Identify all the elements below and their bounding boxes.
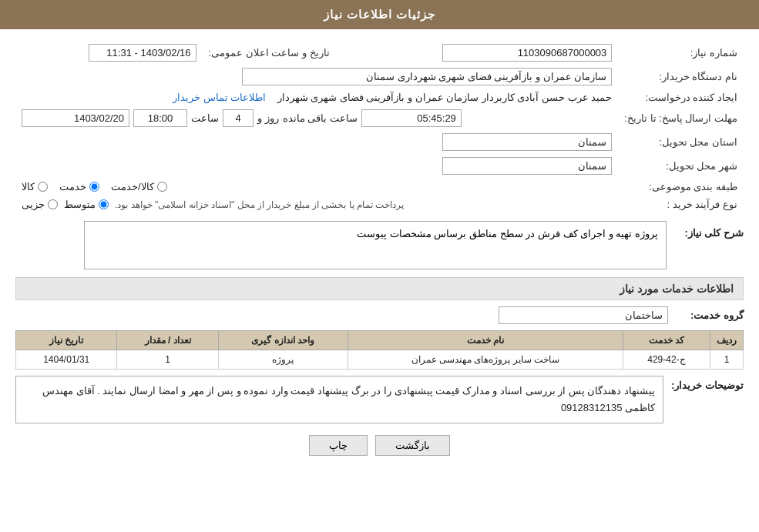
- back-button[interactable]: بازگشت: [375, 435, 450, 456]
- category-khadamat-radio[interactable]: [89, 182, 99, 192]
- category-kala-khadamat-label: کالا/خدمت: [111, 181, 154, 192]
- deadline-days-display: 4: [223, 109, 254, 127]
- purchase-note: پرداخت تمام یا بخشی از مبلغ خریدار از مح…: [115, 199, 404, 210]
- contact-link[interactable]: اطلاعات تماس خریدار: [173, 92, 266, 103]
- service-group-row: گروه خدمت: ساختمان: [15, 306, 744, 324]
- page-header: جزئیات اطلاعات نیاز: [0, 0, 759, 29]
- buyer-org-value: سازمان عمران و بازآفرینی فضای شهری شهردا…: [15, 65, 618, 89]
- col-count-amount: تعداد / مقدار: [117, 331, 218, 350]
- deadline-date-display: 1403/02/20: [22, 109, 129, 127]
- creator-value: حمید عرب حسن آبادی کاربردار سازمان عمران…: [15, 89, 618, 106]
- category-kala[interactable]: کالا: [22, 181, 48, 192]
- deadline-time-display: 18:00: [133, 109, 187, 127]
- category-khadamat-label: خدمت: [59, 181, 86, 192]
- buyer-org-display: سازمان عمران و بازآفرینی فضای شهری شهردا…: [242, 68, 612, 85]
- date-label: تاریخ و ساعت اعلان عمومی:: [203, 41, 336, 65]
- category-kala-khadamat-radio[interactable]: [157, 182, 167, 192]
- description-textarea[interactable]: [84, 221, 667, 269]
- col-service-code: کد خدمت: [623, 331, 710, 350]
- service-group-display: ساختمان: [499, 306, 668, 324]
- category-kala-khadamat[interactable]: کالا/خدمت: [111, 181, 167, 192]
- category-kala-radio[interactable]: [38, 182, 48, 192]
- description-label: شرح کلی نیاز:: [674, 221, 744, 239]
- category-khadamat[interactable]: خدمت: [59, 181, 99, 192]
- date-display: 1403/02/16 - 11:31: [89, 44, 196, 62]
- deadline-remaining-label: ساعت باقی مانده: [283, 112, 358, 124]
- deadline-label: مهلت ارسال پاسخ: تا تاریخ:: [618, 106, 744, 130]
- province-display: سمنان: [442, 133, 612, 151]
- col-row-num: ردیف: [710, 331, 744, 350]
- purchase-jozi-radio[interactable]: [48, 199, 58, 209]
- date-value: 1403/02/16 - 11:31: [15, 41, 203, 65]
- main-info-table: شماره نیاز: 1103090687000003 تاریخ و ساع…: [15, 41, 744, 213]
- purchase-type-label: نوع فرآیند خرید :: [618, 196, 744, 213]
- deadline-days-label: روز و: [257, 112, 279, 124]
- services-table: ردیف کد خدمت نام خدمت واحد اندازه گیری ت…: [15, 330, 744, 370]
- purchase-mottaset-radio[interactable]: [99, 199, 109, 209]
- print-button[interactable]: چاپ: [309, 435, 368, 456]
- need-number-label: شماره نیاز:: [618, 41, 744, 65]
- col-date: تاریخ نیاز: [16, 331, 117, 350]
- buyer-notes-label: توضیحات خریدار:: [671, 376, 744, 391]
- col-unit: واحد اندازه گیری: [218, 331, 348, 350]
- services-section-title: اطلاعات خدمات مورد نیاز: [15, 277, 744, 300]
- category-kala-label: کالا: [22, 181, 35, 192]
- purchase-jozi[interactable]: جزیی: [22, 199, 58, 210]
- col-service-name: نام خدمت: [348, 331, 623, 350]
- service-group-label: گروه خدمت:: [674, 309, 744, 321]
- need-number-display: 1103090687000003: [442, 44, 612, 62]
- province-label: استان محل تحویل:: [618, 130, 744, 154]
- table-row: 1ج-42-429ساخت سایر پروژه‌های مهندسی عمرا…: [16, 350, 744, 370]
- buttons-row: بازگشت چاپ: [15, 435, 744, 456]
- buyer-notes-row: توضیحات خریدار: پیشنهاد دهندگان پس از بر…: [15, 376, 744, 423]
- city-label: شهر محل تحویل:: [618, 154, 744, 178]
- need-number-value: 1103090687000003: [336, 41, 619, 65]
- description-section: شرح کلی نیاز:: [15, 221, 744, 269]
- deadline-row: 05:45:29 ساعت باقی مانده روز و 4 ساعت 18…: [15, 106, 618, 130]
- creator-display: حمید عرب حسن آبادی کاربردار سازمان عمران…: [277, 92, 613, 103]
- purchase-mottaset-label: متوسط: [64, 199, 96, 210]
- buyer-notes-box: پیشنهاد دهندگان پس از بررسی اسناد و مدار…: [15, 376, 663, 423]
- city-display: سمنان: [442, 157, 612, 175]
- purchase-jozi-label: جزیی: [22, 199, 45, 210]
- creator-label: ایجاد کننده درخواست:: [618, 89, 744, 106]
- deadline-time-label: ساعت: [191, 112, 219, 124]
- buyer-org-label: نام دستگاه خریدار:: [618, 65, 744, 89]
- purchase-mottaset[interactable]: متوسط: [64, 199, 109, 210]
- category-label: طبقه بندی موضوعی:: [618, 178, 744, 196]
- deadline-remaining-display: 05:45:29: [361, 109, 462, 127]
